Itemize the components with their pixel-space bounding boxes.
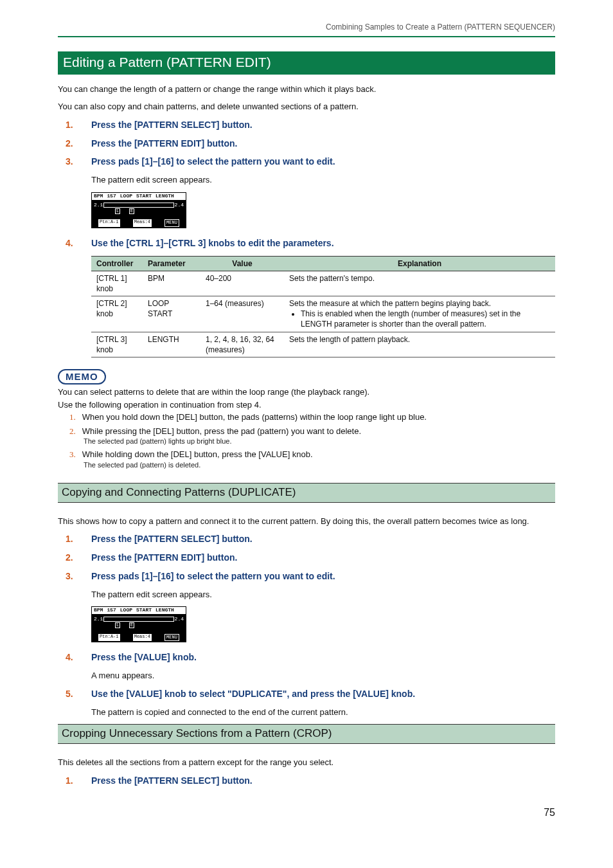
step-text: Press pads [1]–[16] to select the patter… [91, 570, 335, 583]
screen-header-label: LENGTH [155, 193, 174, 200]
memo-badge: MEMO [58, 369, 106, 384]
step-sub: The selected pad (pattern) lights up bri… [84, 437, 555, 446]
table-cell: BPM [143, 271, 200, 296]
table-header: Explanation [284, 256, 555, 271]
step-list: 1.Press the [PATTERN SELECT] button. 2.P… [66, 119, 555, 168]
table-cell: Sets the measure at which the pattern be… [284, 296, 555, 332]
table-cell: 1, 2, 4, 8, 16, 32, 64 (measures) [200, 332, 284, 357]
screen-header-label: BPM [94, 193, 103, 200]
screen-header-label: LOOP [120, 193, 132, 200]
step-number: 3. [69, 449, 76, 459]
step-note: A menu appears. [91, 670, 555, 682]
step-list: 4.Use the [CTRL 1]–[CTRL 3] knobs to edi… [66, 237, 555, 249]
step-list: 5.Use the [VALUE] knob to select "DUPLIC… [66, 688, 555, 700]
step-number: 2. [66, 138, 91, 150]
step-number: 1. [66, 533, 91, 545]
step-note: The pattern edit screen appears. [91, 174, 555, 186]
step-sub: The selected pad (pattern) is deleted. [84, 460, 555, 470]
screen-footer-label: Ptn:A-1 [98, 634, 120, 641]
step-number: 1. [69, 412, 76, 422]
screen-marker: E [129, 622, 134, 628]
step-number: 3. [66, 156, 91, 168]
intro-paragraph: You can also copy and chain patterns, an… [58, 101, 555, 113]
screen-value: 2.1 [94, 202, 103, 209]
step-note: The pattern edit screen appears. [91, 589, 555, 601]
table-cell: [CTRL 1] knob [91, 271, 143, 296]
step-number: 4. [66, 651, 91, 664]
step-text: While pressing the [DEL] button, press t… [82, 426, 361, 436]
step-number: 4. [66, 237, 91, 249]
screen-marker: L [115, 208, 120, 214]
table-cell: 40–200 [200, 271, 284, 296]
table-cell: Sets the length of pattern playback. [284, 332, 555, 357]
subsection-heading: Copying and Connecting Patterns (DUPLICA… [58, 483, 555, 503]
step-text: Press the [PATTERN EDIT] button. [91, 138, 237, 150]
screen-value: 2.1 [94, 616, 103, 623]
screen-header-label: 157 [107, 193, 116, 200]
table-cell: [CTRL 2] knob [91, 296, 143, 332]
screen-marker: L [115, 622, 120, 628]
screen-footer-label: Ptn:A-1 [98, 219, 120, 226]
step-number: 2. [66, 552, 91, 564]
screen-footer-label: Meas:4 [133, 634, 152, 641]
table-header: Parameter [143, 256, 200, 271]
table-header: Value [200, 256, 284, 271]
memo-step-list: 1.When you hold down the [DEL] button, t… [69, 411, 555, 469]
screen-header-label: 157 [107, 607, 116, 614]
table-row: [CTRL 2] knob LOOP START 1–64 (measures)… [91, 296, 555, 332]
screen-header-label: START [136, 193, 152, 200]
table-row: [CTRL 1] knob BPM 40–200 Sets the patter… [91, 271, 555, 296]
table-cell: LOOP START [143, 296, 200, 332]
table-cell: 1–64 (measures) [200, 296, 284, 332]
screen-header-label: LENGTH [155, 607, 174, 614]
step-number: 1. [66, 119, 91, 131]
step-number: 2. [69, 426, 76, 436]
page-number: 75 [58, 806, 555, 820]
step-text: When you hold down the [DEL] button, the… [82, 412, 427, 422]
table-cell: Sets the pattern's tempo. [284, 271, 555, 296]
screen-footer-label: MENU [164, 634, 179, 641]
screen-header-label: LOOP [120, 607, 132, 614]
step-text: Use the [VALUE] knob to select "DUPLICAT… [91, 688, 415, 700]
step-text: Press the [PATTERN SELECT] button. [91, 533, 253, 545]
table-cell: LENGTH [143, 332, 200, 357]
step-text: Use the [CTRL 1]–[CTRL 3] knobs to edit … [91, 237, 334, 249]
step-text: Press the [PATTERN EDIT] button. [91, 552, 237, 564]
step-note: The pattern is copied and connected to t… [91, 707, 555, 718]
screen-footer-label: MENU [164, 219, 179, 226]
screen-value: 2.4 [175, 202, 184, 209]
step-list: 4.Press the [VALUE] knob. [66, 651, 555, 664]
step-number: 5. [66, 688, 91, 700]
device-screen-mock: BPM 157 LOOP START LENGTH 2.1 2.4 L E Pt… [91, 192, 186, 228]
step-list: 1.Press the [PATTERN SELECT] button. [66, 775, 555, 787]
screen-header-label: BPM [94, 607, 103, 614]
step-text: While holding down the [DEL] button, pre… [82, 449, 313, 459]
intro-paragraph: This shows how to copy a pattern and con… [58, 516, 555, 527]
step-text: Press the [PATTERN SELECT] button. [91, 119, 253, 131]
intro-paragraph: You can change the length of a pattern o… [58, 84, 555, 95]
top-rule [58, 36, 555, 37]
device-screen-mock: BPM 157 LOOP START LENGTH 2.1 2.4 L E Pt… [91, 606, 186, 642]
memo-text: Use the following operation in continuat… [58, 399, 555, 411]
memo-text: You can select patterns to delete that a… [58, 386, 555, 398]
step-text: Press pads [1]–[16] to select the patter… [91, 156, 335, 168]
table-header: Controller [91, 256, 143, 271]
step-list: 1.Press the [PATTERN SELECT] button. 2.P… [66, 533, 555, 583]
breadcrumb-context: Combining Samples to Create a Pattern (P… [58, 22, 555, 32]
screen-value: 2.4 [175, 616, 184, 623]
intro-paragraph: This deletes all the sections from a pat… [58, 757, 555, 768]
table-cell: [CTRL 3] knob [91, 332, 143, 357]
step-number: 1. [66, 775, 91, 787]
subsection-heading: Cropping Unnecessary Sections from a Pat… [58, 724, 555, 744]
parameter-table: Controller Parameter Value Explanation [… [91, 256, 555, 358]
step-text: Press the [PATTERN SELECT] button. [91, 775, 253, 787]
section-heading: Editing a Pattern (PATTERN EDIT) [58, 51, 555, 74]
step-number: 3. [66, 570, 91, 583]
screen-header-label: START [136, 607, 152, 614]
table-row: [CTRL 3] knob LENGTH 1, 2, 4, 8, 16, 32,… [91, 332, 555, 357]
step-text: Press the [VALUE] knob. [91, 651, 197, 664]
screen-marker: E [129, 208, 134, 214]
screen-footer-label: Meas:4 [133, 219, 152, 226]
